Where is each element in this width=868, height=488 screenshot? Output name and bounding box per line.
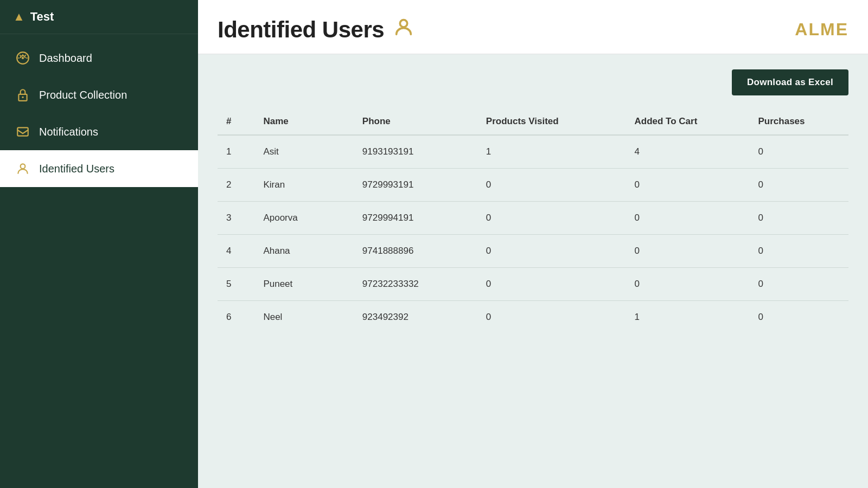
cell-name-4: Ahana [254, 235, 353, 268]
title-row: Identified Users [218, 16, 414, 43]
product-icon [15, 87, 30, 102]
cell-phone-5: 97232233332 [354, 268, 477, 301]
table-row: 1Asit9193193191140 [218, 135, 848, 169]
cell-num-3: 3 [218, 202, 254, 235]
user-icon [15, 161, 30, 176]
users-table: # Name Phone Products Visited Added To C… [218, 108, 848, 333]
sidebar-item-dashboard-label: Dashboard [39, 52, 92, 65]
notifications-icon [15, 124, 30, 139]
cell-products_visited-3: 0 [477, 202, 626, 235]
col-header-phone: Phone [354, 108, 477, 135]
cell-products_visited-5: 0 [477, 268, 626, 301]
brand-title: Test [30, 10, 54, 24]
sidebar-item-notifications-label: Notifications [39, 126, 98, 138]
cell-purchases-4: 0 [750, 235, 848, 268]
sidebar-item-product-label: Product Collection [39, 89, 127, 101]
sidebar-brand: ▲ Test [0, 0, 198, 34]
cell-added_to_cart-3: 0 [626, 202, 750, 235]
page-title: Identified Users [218, 17, 384, 43]
sidebar-nav: Dashboard Product Collection Notificati [0, 40, 198, 187]
svg-point-5 [21, 164, 25, 169]
cell-purchases-6: 0 [750, 301, 848, 334]
col-header-products-visited: Products Visited [477, 108, 626, 135]
table-row: 6Neel923492392010 [218, 301, 848, 334]
cell-name-5: Puneet [254, 268, 353, 301]
table-row: 3Apoorva9729994191000 [218, 202, 848, 235]
table-header: # Name Phone Products Visited Added To C… [218, 108, 848, 135]
cell-products_visited-6: 0 [477, 301, 626, 334]
sidebar-item-identified-users[interactable]: Identified Users [0, 150, 198, 187]
cell-products_visited-2: 0 [477, 169, 626, 202]
cell-products_visited-1: 1 [477, 135, 626, 169]
cell-phone-3: 9729994191 [354, 202, 477, 235]
cell-phone-6: 923492392 [354, 301, 477, 334]
cell-purchases-2: 0 [750, 169, 848, 202]
sidebar-item-dashboard[interactable]: Dashboard [0, 40, 198, 76]
col-header-purchases: Purchases [750, 108, 848, 135]
main-header: Identified Users ALME [198, 0, 868, 54]
cell-added_to_cart-2: 0 [626, 169, 750, 202]
cell-name-6: Neel [254, 301, 353, 334]
table-body: 1Asit91931931911402Kiran97299931910003Ap… [218, 135, 848, 333]
page-title-icon [393, 16, 414, 43]
cell-phone-2: 9729993191 [354, 169, 477, 202]
cell-purchases-1: 0 [750, 135, 848, 169]
sidebar-item-product-collection[interactable]: Product Collection [0, 76, 198, 113]
brand-logo: ALME [795, 20, 848, 40]
table-toolbar: Download as Excel [218, 69, 848, 95]
svg-point-1 [22, 57, 24, 59]
cell-added_to_cart-5: 0 [626, 268, 750, 301]
col-header-num: # [218, 108, 254, 135]
brand-icon: ▲ [13, 10, 25, 24]
cell-added_to_cart-1: 4 [626, 135, 750, 169]
cell-products_visited-4: 0 [477, 235, 626, 268]
cell-purchases-3: 0 [750, 202, 848, 235]
cell-num-1: 1 [218, 135, 254, 169]
cell-num-2: 2 [218, 169, 254, 202]
sidebar-item-notifications[interactable]: Notifications [0, 113, 198, 150]
cell-name-1: Asit [254, 135, 353, 169]
cell-name-2: Kiran [254, 169, 353, 202]
col-header-added-to-cart: Added To Cart [626, 108, 750, 135]
table-row: 4Ahana9741888896000 [218, 235, 848, 268]
cell-added_to_cart-4: 0 [626, 235, 750, 268]
svg-point-6 [400, 20, 407, 27]
cell-num-6: 6 [218, 301, 254, 334]
cell-num-4: 4 [218, 235, 254, 268]
cell-phone-4: 9741888896 [354, 235, 477, 268]
download-excel-button[interactable]: Download as Excel [732, 69, 848, 95]
svg-point-3 [22, 97, 23, 98]
sidebar-item-identified-users-label: Identified Users [39, 163, 114, 175]
table-header-row: # Name Phone Products Visited Added To C… [218, 108, 848, 135]
cell-added_to_cart-6: 1 [626, 301, 750, 334]
table-row: 5Puneet97232233332000 [218, 268, 848, 301]
table-area: Download as Excel # Name Phone Products … [198, 54, 868, 488]
dashboard-icon [15, 50, 30, 66]
table-row: 2Kiran9729993191000 [218, 169, 848, 202]
cell-num-5: 5 [218, 268, 254, 301]
sidebar: ▲ Test Dashboard [0, 0, 198, 488]
main-content: Identified Users ALME Download as Excel … [198, 0, 868, 488]
col-header-name: Name [254, 108, 353, 135]
cell-name-3: Apoorva [254, 202, 353, 235]
cell-purchases-5: 0 [750, 268, 848, 301]
cell-phone-1: 9193193191 [354, 135, 477, 169]
